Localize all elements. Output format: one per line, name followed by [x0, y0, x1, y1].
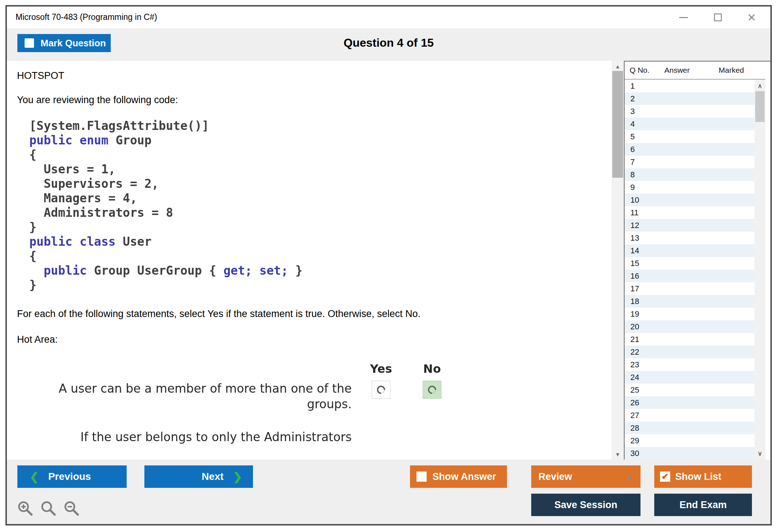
no-radio[interactable] — [423, 381, 441, 399]
minimize-button[interactable] — [673, 7, 694, 28]
code-line: public Group UserGroup { get; set; } — [29, 263, 612, 278]
code-line: [System.FlagsAttribute()] — [29, 119, 612, 133]
question-row[interactable]: 4 — [625, 118, 754, 130]
save-session-label: Save Session — [554, 499, 617, 511]
question-intro: You are reviewing the following code: — [17, 94, 612, 106]
question-number: 7 — [625, 157, 664, 167]
zoom-toolbar — [17, 500, 81, 518]
hot-area-label: Hot Area: — [17, 334, 612, 345]
question-row[interactable]: 8 — [625, 168, 754, 181]
yes-radio[interactable] — [372, 381, 390, 399]
zoom-reset-icon[interactable] — [40, 500, 58, 518]
main-scrollbar-thumb[interactable] — [612, 71, 623, 178]
code-line: Users = 1, — [29, 162, 612, 177]
question-row[interactable]: 25 — [625, 384, 754, 396]
question-row[interactable]: 12 — [625, 219, 754, 232]
question-row[interactable]: 24 — [625, 371, 754, 384]
column-header-answer: Answer — [664, 66, 719, 75]
question-row[interactable]: 15 — [625, 257, 754, 270]
question-row[interactable]: 14 — [625, 244, 754, 257]
question-number: 26 — [625, 398, 664, 408]
question-row[interactable]: 17 — [625, 282, 754, 295]
hot-area-statement-2: If the user belongs to only the Administ… — [17, 430, 355, 444]
zoom-out-icon[interactable] — [63, 500, 81, 518]
question-row[interactable]: 1 — [625, 80, 754, 92]
question-row[interactable]: 18 — [625, 295, 754, 308]
code-line: } — [29, 278, 612, 292]
check-icon: ✔ — [661, 472, 669, 481]
question-row[interactable]: 29 — [625, 434, 754, 447]
scroll-down-icon[interactable]: ▼ — [612, 449, 624, 459]
no-column-header: No — [407, 362, 457, 381]
code-line: public class User — [29, 235, 612, 249]
question-list-header: Q No. Answer Marked — [625, 62, 765, 80]
header-bar: Mark Question Question 4 of 15 — [7, 28, 770, 61]
review-label: Review — [538, 471, 572, 482]
mark-question-checkbox-icon[interactable] — [25, 38, 34, 48]
maximize-button[interactable] — [707, 7, 729, 28]
question-row[interactable]: 20 — [625, 320, 754, 333]
question-pane: HOTSPOT You are reviewing the following … — [7, 61, 612, 460]
question-row[interactable]: 23 — [625, 358, 754, 371]
review-button[interactable]: Review ▲ — [531, 465, 640, 488]
code-line: Administrators = 8 — [29, 206, 612, 220]
show-list-label: Show List — [675, 471, 722, 482]
mark-question-button[interactable]: Mark Question — [17, 34, 111, 52]
question-row[interactable]: 19 — [625, 308, 754, 320]
next-label: Next — [202, 471, 224, 482]
code-line: public enum Group — [29, 133, 612, 148]
question-rows: 1234567891011121314151617181920212223242… — [625, 80, 754, 460]
show-answer-button[interactable]: Show Answer — [410, 465, 507, 488]
question-list-scrollbar[interactable]: ∧ ∨ — [754, 80, 765, 460]
question-row[interactable]: 6 — [625, 143, 754, 156]
question-row[interactable]: 13 — [625, 232, 754, 244]
main-scrollbar[interactable]: ▲ ▼ — [612, 61, 624, 460]
show-list-checkbox-icon[interactable]: ✔ — [660, 472, 670, 482]
question-number: 13 — [625, 233, 664, 243]
radio-circle-icon — [376, 385, 386, 394]
question-row[interactable]: 11 — [625, 206, 754, 219]
question-number: 20 — [625, 322, 664, 332]
zoom-in-icon[interactable] — [17, 500, 34, 518]
question-number: 3 — [625, 107, 664, 116]
question-number: 19 — [625, 309, 664, 319]
question-number: 12 — [625, 221, 664, 230]
close-button[interactable]: ✕ — [741, 7, 762, 28]
previous-button[interactable]: ❮ Previous — [17, 465, 127, 488]
question-row[interactable]: 7 — [625, 156, 754, 168]
question-number: 28 — [625, 423, 664, 433]
question-counter: Question 4 of 15 — [344, 36, 434, 50]
question-row[interactable]: 21 — [625, 333, 754, 346]
chevron-left-icon: ❮ — [30, 470, 39, 483]
question-row[interactable]: 30 — [625, 447, 754, 460]
question-row[interactable]: 3 — [625, 105, 754, 118]
question-row[interactable]: 16 — [625, 270, 754, 282]
question-row[interactable]: 22 — [625, 346, 754, 358]
show-list-button[interactable]: ✔ Show List — [654, 465, 752, 488]
question-number: 21 — [625, 335, 664, 344]
column-header-qno: Q No. — [625, 66, 664, 75]
scroll-up-icon[interactable]: ▲ — [612, 62, 624, 71]
question-list-scrollbar-thumb[interactable] — [755, 91, 765, 122]
footer-bar: ❮ Previous Next ❯ Show Answer Review ▲ ✔… — [7, 460, 770, 524]
end-exam-button[interactable]: End Exam — [654, 494, 752, 516]
question-row[interactable]: 26 — [625, 396, 754, 409]
question-row[interactable]: 28 — [625, 422, 754, 434]
list-scroll-up-icon[interactable]: ∧ — [754, 81, 765, 90]
question-row[interactable]: 9 — [625, 181, 754, 194]
question-type-label: HOTSPOT — [17, 70, 612, 81]
question-number: 22 — [625, 347, 664, 357]
show-answer-checkbox-icon[interactable] — [417, 472, 427, 482]
question-row[interactable]: 5 — [625, 130, 754, 143]
question-row[interactable]: 2 — [625, 92, 754, 105]
question-number: 24 — [625, 373, 664, 382]
save-session-button[interactable]: Save Session — [531, 494, 640, 516]
close-icon: ✕ — [747, 11, 756, 24]
code-line: { — [29, 249, 612, 263]
code-line: Supervisors = 2, — [29, 177, 612, 191]
list-scroll-down-icon[interactable]: ∨ — [754, 449, 765, 458]
next-button[interactable]: Next ❯ — [144, 465, 253, 488]
content-area: HOTSPOT You are reviewing the following … — [7, 61, 770, 460]
question-row[interactable]: 10 — [625, 194, 754, 206]
question-row[interactable]: 27 — [625, 409, 754, 422]
